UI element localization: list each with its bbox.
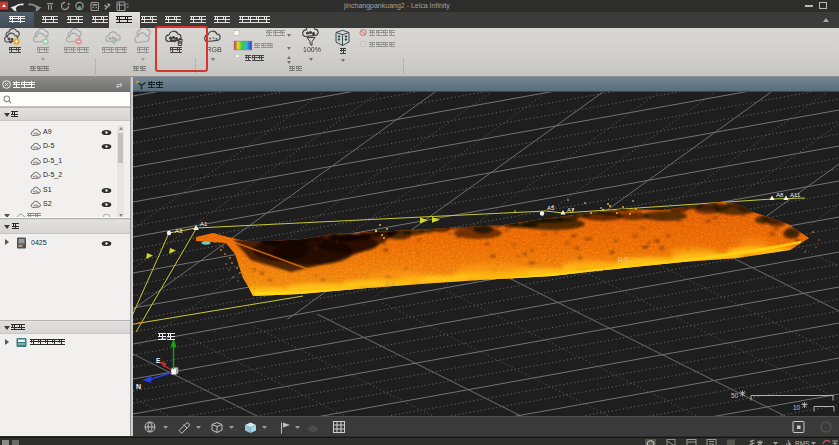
svg-text:E: E	[156, 357, 161, 364]
svg-text:A5: A5	[547, 205, 555, 211]
svg-text:D-3: D-3	[618, 256, 628, 262]
svg-text:A8: A8	[776, 192, 784, 198]
svg-text:A7: A7	[567, 207, 575, 213]
svg-text:10: 10	[793, 404, 801, 411]
svg-text:N: N	[136, 383, 141, 390]
svg-text:D-4: D-4	[385, 281, 395, 287]
svg-text:50: 50	[731, 392, 739, 399]
svg-text:A3: A3	[175, 228, 183, 234]
svg-text:RMS: RMS	[795, 440, 810, 445]
svg-text:A1: A1	[200, 221, 208, 227]
svg-text:A11: A11	[790, 192, 801, 198]
